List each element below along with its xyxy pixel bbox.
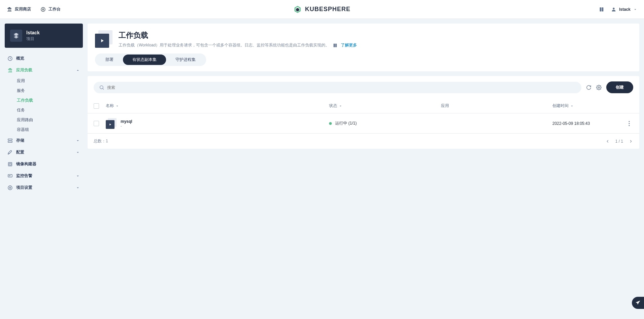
column-status[interactable]: 状态 [329,103,441,109]
svg-rect-16 [335,43,337,47]
nav-icon [7,138,13,143]
select-all-checkbox[interactable] [94,103,99,109]
search-icon [99,85,104,90]
user-icon [611,7,616,12]
sort-icon [570,104,574,108]
row-time: 2022-05-09 18:05:43 [552,121,620,126]
sidebar-item[interactable]: 存储 [5,135,83,146]
chevron-down-icon [75,138,80,143]
nav-label: 配置 [16,149,24,155]
svg-point-0 [41,7,45,11]
row-name: mysql [121,119,132,124]
column-app: 应用 [441,103,553,109]
sidebar-item[interactable]: 应用负载 [5,64,83,76]
doc-icon [333,43,337,48]
nav-icon [7,150,13,155]
svg-rect-3 [602,7,604,11]
sidebar-sub-item[interactable]: 容器组 [15,125,83,135]
table-row[interactable]: mysql- 运行中 (1/1) 2022-05-09 18:05:43 [88,113,639,134]
nav-label: 监控告警 [16,173,32,179]
svg-rect-9 [9,163,11,165]
svg-rect-15 [334,43,335,47]
svg-point-19 [598,87,600,88]
column-name[interactable]: 名称 [106,103,329,109]
project-card[interactable]: lstack 项目 [5,24,83,48]
tab[interactable]: 守护进程集 [166,55,205,65]
nav-icon [7,173,13,179]
page-indicator: 1 / 1 [615,139,623,144]
row-checkbox[interactable] [94,121,99,126]
page-title: 工作负载 [119,30,357,40]
page-banner: 工作负载 工作负载（Workload）用于处理业务请求，可包含一个或多个容器组。… [88,24,639,71]
row-more-button[interactable] [625,119,633,128]
row-status: 运行中 (1/1) [329,120,441,126]
chevron-down-icon [75,150,80,155]
nav-app-store[interactable]: 应用商店 [7,6,31,12]
sidebar-sub-item[interactable]: 服务 [15,86,83,96]
search-field[interactable] [94,82,581,93]
project-icon [10,30,22,42]
tab[interactable]: 部署 [96,55,123,65]
svg-point-12 [10,175,10,176]
nav-icon [7,56,13,61]
sidebar-item[interactable]: 项目设置 [5,182,83,193]
table-header: 名称 状态 应用 创建时间 [88,99,639,113]
svg-point-1 [42,9,44,10]
page-description: 工作负载（Workload）用于处理业务请求，可包含一个或多个容器组。日志、监控… [119,42,329,48]
chevron-down-icon [75,174,80,178]
sidebar-item[interactable]: 监控告警 [5,170,83,182]
total-label: 总数：1 [94,138,108,144]
nav-icon [7,68,13,73]
svg-rect-2 [600,7,602,11]
next-page-icon[interactable] [629,139,633,144]
brand-logo[interactable]: KUBESPHERE [293,5,350,13]
workload-icon [95,30,112,48]
workload-type-tabs: 部署有状态副本集守护进程集 [95,54,206,66]
svg-point-22 [629,125,630,126]
refresh-icon[interactable] [586,85,591,90]
sidebar-item[interactable]: 镜像构建器 [5,158,83,170]
sidebar-sub-item[interactable]: 应用 [15,76,83,86]
nav-icon [7,185,13,190]
create-button[interactable]: 创建 [606,81,633,93]
nav-workbench[interactable]: 工作台 [40,6,61,12]
caret-down-icon [633,7,637,11]
app-store-icon [7,7,12,12]
nav-label: 存储 [16,138,24,143]
svg-line-18 [103,88,104,90]
svg-rect-6 [8,139,12,140]
project-type: 项目 [26,36,40,42]
sort-icon [115,104,119,108]
docs-icon[interactable] [599,7,604,12]
prev-page-icon[interactable] [605,139,610,144]
sidebar-item[interactable]: 概览 [5,52,83,64]
workload-row-icon [106,118,117,129]
sidebar: lstack 项目 概览应用负载应用服务工作负载任务应用路由容器组存储配置镜像构… [5,24,83,193]
svg-point-21 [629,123,630,124]
svg-point-13 [9,187,11,188]
sort-icon [339,104,343,108]
svg-point-20 [629,121,630,122]
column-time[interactable]: 创建时间 [552,103,620,109]
sidebar-sub-item[interactable]: 应用路由 [15,115,83,125]
user-menu[interactable]: lstack [611,7,637,12]
workbench-icon [40,7,46,12]
status-dot-icon [329,122,332,125]
svg-point-14 [8,186,12,190]
row-sub: - [121,124,132,128]
top-header: 应用商店 工作台 KUBESPHERE lstack [0,0,644,19]
learn-more-link[interactable]: 了解更多 [341,42,357,48]
chevron-up-icon [75,68,80,73]
svg-point-17 [100,85,103,88]
chevron-down-icon [75,185,80,190]
sidebar-item[interactable]: 配置 [5,146,83,158]
nav-label: 应用负载 [16,67,32,73]
svg-point-4 [613,7,614,9]
settings-icon[interactable] [596,85,602,90]
sidebar-sub-item[interactable]: 任务 [15,105,83,115]
tab[interactable]: 有状态副本集 [123,55,166,65]
sidebar-sub-item[interactable]: 工作负载 [15,96,83,105]
search-input[interactable] [107,85,576,90]
logo-icon [293,5,301,13]
nav-label: 项目设置 [16,185,32,190]
